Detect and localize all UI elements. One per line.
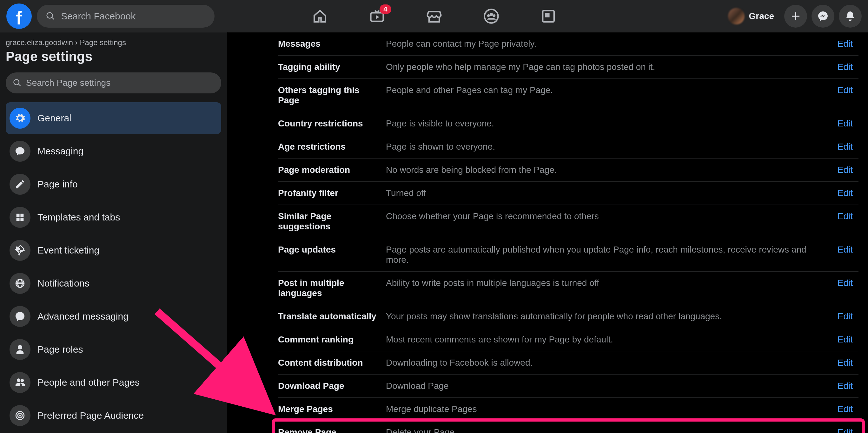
- nav-center: 4: [312, 8, 556, 24]
- setting-key: Content distribution: [278, 351, 386, 375]
- globe-icon: [9, 273, 30, 294]
- sidebar-item-label: Notifications: [37, 278, 89, 289]
- edit-link[interactable]: Edit: [838, 358, 853, 368]
- edit-link[interactable]: Edit: [838, 85, 853, 95]
- edit-link[interactable]: Edit: [838, 335, 853, 344]
- sidebar-item-label: Page roles: [37, 344, 83, 355]
- setting-key: Others tagging this Page: [278, 79, 386, 112]
- page-title: Page settings: [6, 49, 221, 64]
- sidebar-item-label: Templates and tabs: [37, 212, 120, 223]
- sidebar-item-advmsg[interactable]: Advanced messaging: [6, 300, 221, 332]
- breadcrumb: grace.eliza.goodwin › Page settings: [6, 38, 221, 47]
- edit-link[interactable]: Edit: [838, 427, 853, 433]
- person-icon: [9, 339, 30, 360]
- sidebar-item-pageinfo[interactable]: Page info: [6, 168, 221, 200]
- facebook-logo[interactable]: f: [6, 3, 32, 29]
- settings-row: Translate automaticallyYour posts may sh…: [278, 305, 859, 328]
- edit-link[interactable]: Edit: [838, 381, 853, 391]
- groups-icon[interactable]: [483, 8, 499, 24]
- svg-point-3: [487, 14, 490, 17]
- edit-link[interactable]: Edit: [838, 118, 853, 128]
- gaming-icon[interactable]: [540, 8, 556, 24]
- settings-row: Remove PageDelete your PageEdit: [278, 421, 859, 433]
- edit-link[interactable]: Edit: [838, 39, 853, 49]
- setting-value: Only people who help manage my Page can …: [386, 56, 830, 79]
- settings-row: Age restrictionsPage is shown to everyon…: [278, 135, 859, 158]
- gear-icon: [9, 108, 30, 129]
- settings-row: Post in multiple languagesAbility to wri…: [278, 271, 859, 305]
- settings-row: Download PageDownload PageEdit: [278, 375, 859, 398]
- setting-key: Download Page: [278, 375, 386, 398]
- setting-key: Remove Page: [278, 421, 386, 433]
- edit-link[interactable]: Edit: [838, 311, 853, 321]
- breadcrumb-root[interactable]: grace.eliza.goodwin: [6, 38, 73, 47]
- create-button[interactable]: [784, 5, 807, 28]
- sidebar-item-templates[interactable]: Templates and tabs: [6, 201, 221, 233]
- sidebar-item-label: Event ticketing: [37, 245, 99, 256]
- sidebar-item-roles[interactable]: Page roles: [6, 334, 221, 365]
- sidebar-item-label: Preferred Page Audience: [37, 410, 144, 421]
- sidebar-search[interactable]: [6, 73, 221, 93]
- notifications-button[interactable]: [839, 5, 862, 28]
- settings-row: Similar Page suggestionsChoose whether y…: [278, 205, 859, 238]
- setting-key: Merge Pages: [278, 398, 386, 421]
- setting-key: Country restrictions: [278, 112, 386, 135]
- edit-link[interactable]: Edit: [838, 211, 853, 221]
- search-icon: [13, 79, 22, 87]
- user-chip[interactable]: Grace: [726, 6, 780, 26]
- setting-key: Similar Page suggestions: [278, 205, 386, 238]
- edit-link[interactable]: Edit: [838, 165, 853, 175]
- edit-link[interactable]: Edit: [838, 188, 853, 198]
- sidebar-nav: GeneralMessagingPage infoTemplates and t…: [6, 102, 221, 431]
- marketplace-icon[interactable]: [426, 8, 442, 24]
- setting-value: Downloading to Facebook is allowed.: [386, 351, 830, 375]
- setting-key: Comment ranking: [278, 328, 386, 351]
- svg-point-9: [19, 414, 21, 416]
- setting-value: Delete your Page: [386, 421, 830, 433]
- edit-link[interactable]: Edit: [838, 404, 853, 414]
- topbar: f 4 Grace: [0, 0, 868, 32]
- svg-point-2: [489, 13, 493, 16]
- edit-link[interactable]: Edit: [838, 142, 853, 151]
- watch-icon[interactable]: 4: [369, 8, 385, 24]
- search-input[interactable]: [61, 11, 206, 22]
- search-facebook[interactable]: [37, 5, 215, 28]
- avatar: [728, 8, 745, 25]
- sidebar-item-label: People and other Pages: [37, 377, 140, 388]
- setting-value: People and other Pages can tag my Page.: [386, 79, 830, 112]
- settings-row: Page moderationNo words are being blocke…: [278, 158, 859, 182]
- sidebar-item-general[interactable]: General: [6, 102, 221, 134]
- ticket-icon: [9, 240, 30, 261]
- sidebar-item-audience[interactable]: Preferred Page Audience: [6, 400, 221, 431]
- breadcrumb-current: Page settings: [80, 38, 126, 47]
- setting-key: Post in multiple languages: [278, 271, 386, 305]
- settings-table: MessagesPeople can contact my Page priva…: [278, 32, 859, 433]
- sidebar-search-input[interactable]: [26, 78, 214, 88]
- settings-row: Merge PagesMerge duplicate PagesEdit: [278, 398, 859, 421]
- messenger-button[interactable]: [811, 5, 834, 28]
- setting-value: Turned off: [386, 182, 830, 205]
- chat2-icon: [9, 306, 30, 327]
- sidebar-item-messaging[interactable]: Messaging: [6, 135, 221, 167]
- setting-value: People can contact my Page privately.: [386, 32, 830, 56]
- settings-row: Comment rankingMost recent comments are …: [278, 328, 859, 351]
- edit-link[interactable]: Edit: [838, 278, 853, 288]
- setting-value: Choose whether your Page is recommended …: [386, 205, 830, 238]
- people-icon: [9, 372, 30, 393]
- sidebar-item-label: Page info: [37, 179, 78, 190]
- target-icon: [9, 405, 30, 426]
- grid-icon: [9, 207, 30, 228]
- edit-link[interactable]: Edit: [838, 62, 853, 72]
- sidebar-item-people[interactable]: People and other Pages: [6, 367, 221, 398]
- settings-row: Profanity filterTurned offEdit: [278, 182, 859, 205]
- setting-value: No words are being blocked from the Page…: [386, 158, 830, 182]
- svg-point-4: [493, 14, 495, 17]
- edit-link[interactable]: Edit: [838, 244, 853, 255]
- home-icon[interactable]: [312, 8, 328, 24]
- sidebar-item-ticketing[interactable]: Event ticketing: [6, 234, 221, 266]
- sidebar-item-notifs[interactable]: Notifications: [6, 267, 221, 299]
- user-name: Grace: [749, 11, 774, 21]
- settings-row: Page updatesPage posts are automatically…: [278, 238, 859, 271]
- settings-row: Content distributionDownloading to Faceb…: [278, 351, 859, 375]
- setting-key: Profanity filter: [278, 182, 386, 205]
